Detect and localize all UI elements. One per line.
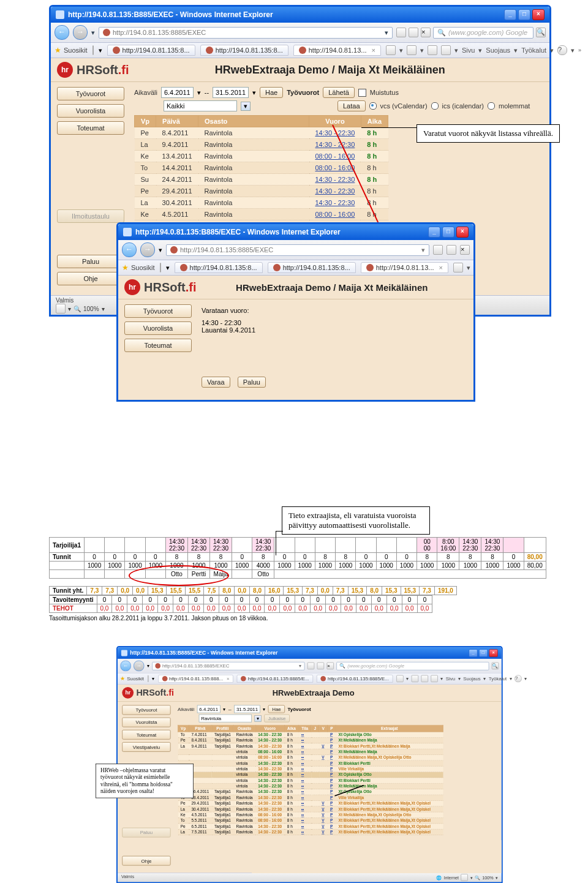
sidebar-ohje[interactable]: Ohje — [57, 272, 124, 285]
v-link[interactable]: V — [322, 813, 324, 817]
dropdown-icon[interactable]: ▾ — [263, 706, 265, 712]
table-row[interactable]: La30.4.2011Tarjoilija1Ravintola14:30 - 2… — [178, 806, 443, 812]
tab-3-active[interactable]: http://194.0.81.13...× — [293, 45, 381, 56]
edit-icon[interactable]: •• — [301, 824, 304, 829]
sidebar-tyovuorot[interactable]: Työvuorot — [124, 304, 192, 318]
tabgrid-icon[interactable] — [92, 45, 94, 55]
date-to-input[interactable]: 31.5.2011 — [234, 705, 260, 713]
sidebar-ohje[interactable]: Ohje — [122, 856, 170, 866]
minimize-button[interactable]: _ — [504, 9, 516, 20]
date-to-input[interactable]: 31.5.2011 — [213, 87, 249, 98]
table-row[interactable]: vintola14:30 - 22:308 h••PXt Blokkari Pe… — [178, 778, 443, 783]
shift-link[interactable]: 08:00 - 16:00 — [315, 211, 355, 218]
edit-icon[interactable]: •• — [301, 750, 304, 754]
tab-active[interactable]: http://194.0.81.13...× — [361, 262, 448, 273]
forward-button[interactable]: → — [140, 242, 155, 257]
date-from-input[interactable]: 6.4.2011 — [161, 87, 194, 98]
table-row[interactable]: La9.4.2011Ravintola14:30 - 22:308 h — [135, 139, 388, 151]
sidebar-vuorolista[interactable]: Vuorolista — [122, 718, 170, 727]
back-button[interactable]: ← — [55, 25, 69, 40]
p-link[interactable]: P — [330, 801, 333, 805]
back-button[interactable]: ← — [122, 242, 137, 257]
p-link[interactable]: P — [330, 784, 333, 788]
sidebar-vuorolista[interactable]: Vuorolista — [124, 321, 192, 335]
print-icon[interactable] — [441, 45, 451, 55]
menu-suojaus[interactable]: Suojaus — [486, 47, 510, 54]
p-link[interactable]: P — [330, 807, 333, 811]
forward-button[interactable]: → — [73, 25, 88, 40]
p-link[interactable]: P — [330, 795, 333, 800]
dropdown-icon[interactable]: ▾ — [159, 246, 162, 254]
edit-icon[interactable]: •• — [301, 744, 304, 748]
v-link[interactable]: V — [322, 830, 324, 834]
help-icon[interactable]: ? — [557, 45, 567, 55]
p-link[interactable]: P — [330, 744, 333, 748]
close-tab-icon[interactable]: × — [372, 47, 375, 54]
v-link[interactable]: V — [322, 807, 324, 811]
table-row[interactable]: Pe8.4.2011Tarjoilija1Ravintola14:30 - 22… — [178, 737, 443, 743]
close-button[interactable]: × — [489, 649, 497, 657]
tab[interactable]: http://194.0.81.135:8885/E... — [237, 675, 313, 683]
refresh-icon[interactable] — [433, 245, 443, 255]
menu-sivu[interactable]: Sivu — [462, 47, 475, 54]
table-row[interactable]: Ke4.5.2011Ravintola08:00 - 16:008 h — [135, 209, 388, 220]
close-tab-icon[interactable]: × — [439, 264, 443, 271]
filter-select[interactable]: Kaikki — [164, 100, 237, 111]
p-link[interactable]: P — [330, 732, 333, 737]
url-input[interactable]: http://194.0.81.135:8885/EXEC▾ — [166, 244, 429, 256]
varaa-button[interactable]: Varaa — [202, 377, 230, 388]
edit-icon[interactable]: •• — [301, 813, 304, 817]
p-link[interactable]: P — [330, 767, 333, 771]
stop-icon[interactable]: × — [421, 28, 431, 37]
sidebar-toteumat[interactable]: Toteumat — [124, 339, 192, 352]
edit-icon[interactable]: •• — [301, 819, 304, 823]
dropdown-icon[interactable]: ▾ — [166, 264, 170, 272]
menu-suojaus[interactable]: Suojaus — [463, 676, 481, 682]
swap-icon[interactable] — [317, 663, 325, 670]
swap-icon[interactable] — [409, 28, 418, 37]
dropdown-icon[interactable]: ▾ — [68, 306, 71, 312]
table-row[interactable]: vintola14:30 - 22:308 h••PXt Opiskelija … — [178, 772, 443, 778]
edit-icon[interactable]: •• — [301, 795, 304, 800]
tab[interactable]: http://194.0.81.135:8... — [175, 262, 263, 273]
refresh-icon[interactable] — [307, 663, 315, 670]
dropdown-icon[interactable]: ▾ — [152, 676, 154, 682]
edit-icon[interactable]: •• — [301, 732, 304, 737]
v-link[interactable]: V — [322, 824, 324, 829]
sidebar-paluu[interactable]: Paluu — [122, 828, 170, 838]
edit-icon[interactable]: •• — [301, 738, 304, 742]
table-row[interactable]: vintola08:00 - 16:008 h••VPXt Meikäläine… — [178, 754, 443, 760]
dropdown-icon[interactable]: ▾ — [421, 246, 425, 254]
sidebar-viestipalvelu[interactable]: Viestipalvelu — [122, 742, 170, 752]
maximize-button[interactable]: □ — [518, 9, 530, 20]
dropdown-icon[interactable]: ▾ — [467, 264, 470, 272]
dropdown-icon[interactable]: ▾ — [454, 47, 458, 54]
sidebar-tyovuorot[interactable]: Työvuorot — [57, 87, 124, 100]
home-icon[interactable] — [396, 675, 404, 683]
table-row[interactable]: vintola14:30 - 22:308 h••PVille Virkaili… — [178, 766, 443, 772]
molemmat-radio[interactable] — [488, 102, 495, 110]
p-link[interactable]: P — [330, 756, 333, 760]
table-row[interactable]: La30.4.2011Ravintola14:30 - 22:308 h — [135, 197, 388, 209]
date-from-input[interactable]: 6.4.2011 — [197, 705, 221, 713]
tab[interactable]: http://194.0.81.135:8885/E... — [317, 675, 393, 683]
back-button[interactable]: ← — [120, 661, 130, 671]
table-row[interactable]: Ke4.5.2011Tarjoilija1Ravintola08:00 - 16… — [178, 812, 443, 817]
shift-link[interactable]: 14:30 - 22:30 — [315, 187, 355, 195]
tabgrid-icon[interactable] — [160, 263, 161, 272]
dropdown-icon[interactable]: ▾ — [223, 706, 225, 712]
table-row[interactable]: vintola14:30 - 22:308 h••PXt Blokkari Pe… — [178, 761, 443, 766]
menu-sivu[interactable]: Sivu — [446, 676, 455, 682]
lataa-button[interactable]: Lataa — [337, 100, 366, 111]
help-icon[interactable]: ? — [514, 675, 522, 683]
feed-icon[interactable] — [407, 45, 417, 55]
sidebar-tyovuorot[interactable]: Työvuorot — [122, 705, 170, 715]
close-button[interactable]: × — [456, 227, 469, 238]
dropdown-icon[interactable]: ▾ — [299, 663, 301, 669]
table-row[interactable]: vintola14:30 - 22:308 h••PXt Meikäläinen… — [178, 783, 443, 789]
dropdown-icon[interactable]: ▾ — [254, 715, 262, 722]
edit-icon[interactable]: •• — [301, 761, 304, 765]
url-input[interactable]: http://194.0.81.135:8885/EXEC▾ — [152, 662, 304, 671]
dept-select[interactable]: Ravintola — [199, 715, 252, 723]
v-link[interactable]: V — [322, 744, 324, 748]
